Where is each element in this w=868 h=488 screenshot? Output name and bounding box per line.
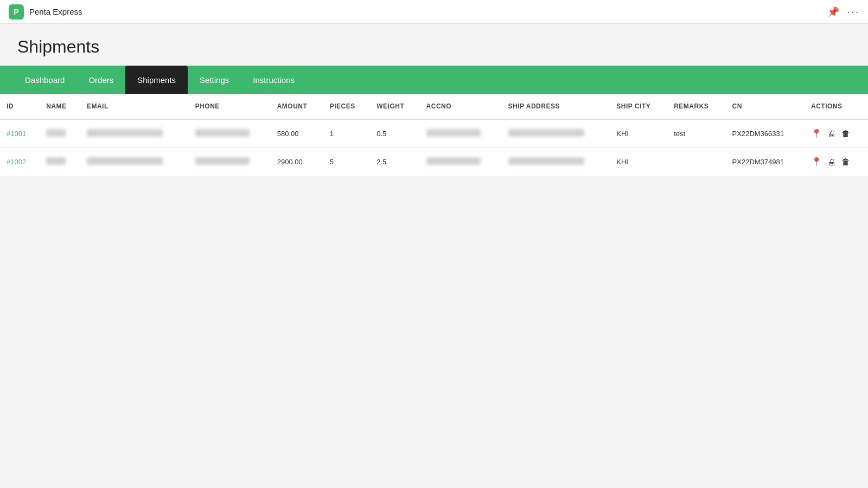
blurred-email-1002 [87,157,163,165]
cell-ship-address-1001 [502,119,610,148]
cell-amount-1002: 2900.00 [271,148,323,176]
app-name: Penta Express [29,7,82,16]
cell-actions-1001: 📍 🖨 🗑 [805,119,868,148]
col-actions: ACTIONS [805,94,868,119]
cell-pieces-1001: 1 [323,119,370,148]
col-remarks: REMARKS [667,94,725,119]
blurred-accno-1001 [426,129,481,137]
cell-cn-1002: PX22DM374981 [726,148,805,176]
nav-item-orders[interactable]: Orders [76,66,125,94]
cell-remarks-1001: test [667,119,725,148]
cell-amount-1001: 580.00 [271,119,323,148]
blurred-accno-1002 [426,157,481,165]
col-cn: CN [726,94,805,119]
cell-weight-1002: 2.5 [370,148,419,176]
blurred-name-1001 [46,129,66,137]
delete-icon-1001[interactable]: 🗑 [841,129,850,139]
cell-phone-1002 [189,148,271,176]
topbar-right: 📌 ··· [827,5,859,18]
delete-icon-1002[interactable]: 🗑 [841,157,850,167]
cell-ship-city-1001: KHI [610,119,667,148]
cell-cn-1001: PX22DM366331 [726,119,805,148]
blurred-name-1002 [46,157,66,165]
blurred-email-1001 [87,129,163,137]
cell-pieces-1002: 5 [323,148,370,176]
nav-item-settings[interactable]: Settings [188,66,241,94]
nav-item-instructions[interactable]: Instructions [241,66,307,94]
nav-item-dashboard[interactable]: Dashboard [13,66,76,94]
blurred-phone-1002 [195,157,250,165]
cell-name-1002 [40,148,80,176]
table-header-row: ID NAME EMAIL PHONE AMOUNT PIECES WEIGHT… [0,94,868,119]
col-amount: AMOUNT [271,94,323,119]
page-title-area: Shipments [0,24,868,66]
location-icon-1002[interactable]: 📍 [811,157,822,167]
blurred-address-1001 [508,129,584,137]
action-icons-1001: 📍 🖨 🗑 [811,129,861,139]
cell-accno-1001 [420,119,502,148]
col-ship-city: SHIP CITY [610,94,667,119]
pin-icon[interactable]: 📌 [827,6,839,18]
cell-id-1002: #1002 [0,148,40,176]
cell-name-1001 [40,119,80,148]
cell-email-1002 [80,148,189,176]
cell-actions-1002: 📍 🖨 🗑 [805,148,868,176]
blurred-phone-1001 [195,129,250,137]
cell-email-1001 [80,119,189,148]
action-icons-1002: 📍 🖨 🗑 [811,157,861,167]
col-pieces: PIECES [323,94,370,119]
table-row: #1002 2900.00 5 2.5 [0,148,868,176]
nav-item-shipments[interactable]: Shipments [125,66,188,94]
topbar: P Penta Express 📌 ··· [0,0,868,24]
print-icon-1001[interactable]: 🖨 [827,129,836,139]
shipments-table: ID NAME EMAIL PHONE AMOUNT PIECES WEIGHT… [0,94,868,176]
page-title: Shipments [17,37,851,57]
col-phone: PHONE [189,94,271,119]
location-icon-1001[interactable]: 📍 [811,129,822,139]
col-name: NAME [40,94,80,119]
main-content: ID NAME EMAIL PHONE AMOUNT PIECES WEIGHT… [0,94,868,176]
cell-ship-address-1002 [502,148,610,176]
more-icon[interactable]: ··· [847,5,859,18]
cell-weight-1001: 0.5 [370,119,419,148]
print-icon-1002[interactable]: 🖨 [827,157,836,167]
cell-remarks-1002 [667,148,725,176]
col-id: ID [0,94,40,119]
col-accno: ACCNO [420,94,502,119]
app-icon: P [9,4,24,20]
cell-ship-city-1002: KHI [610,148,667,176]
col-ship-address: SHIP ADDRESS [502,94,610,119]
navbar: Dashboard Orders Shipments Settings Inst… [0,66,868,94]
topbar-left: P Penta Express [9,4,82,20]
cell-accno-1002 [420,148,502,176]
table-row: #1001 580.00 1 0.5 [0,119,868,148]
table-container: ID NAME EMAIL PHONE AMOUNT PIECES WEIGHT… [0,94,868,176]
cell-phone-1001 [189,119,271,148]
cell-id-1001: #1001 [0,119,40,148]
col-email: EMAIL [80,94,189,119]
blurred-address-1002 [508,157,584,165]
col-weight: WEIGHT [370,94,419,119]
